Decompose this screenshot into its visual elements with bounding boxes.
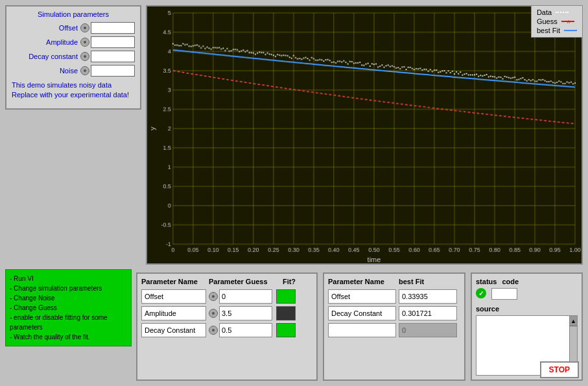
bf-name-cell-1: Decay Constant <box>328 306 396 320</box>
param-guess-cell-1 <box>209 306 274 320</box>
offset-knob-icon[interactable] <box>80 23 89 32</box>
source-label: source <box>476 305 578 313</box>
amplitude-input[interactable]: 4 <box>91 36 135 48</box>
decay-knob-icon[interactable] <box>80 52 89 61</box>
param-name-cell-2: Decay Constant <box>141 323 206 337</box>
amplitude-row: Amplitude 4 <box>12 36 135 48</box>
amplitude-label: Amplitude <box>23 38 78 46</box>
bf-val-cell-2: 0 <box>399 323 457 337</box>
bf-col-name-header: Parameter Name <box>328 278 396 285</box>
sim-params-title: Simulation parameters <box>12 10 135 18</box>
bestfit-rows: Offset0.33935Decay Constant0.3017210 <box>328 289 460 337</box>
status-check-icon: ✓ <box>476 288 486 298</box>
param-table-row-1: Amplitude <box>141 306 312 320</box>
bf-row-1: Decay Constant0.301721 <box>328 306 460 320</box>
bf-col-val-header: best Fit <box>399 278 457 285</box>
data-line-icon <box>556 12 569 13</box>
data-label: Data <box>537 8 552 16</box>
guess-line-icon: ∧ <box>561 21 574 22</box>
code-label: code <box>502 278 519 285</box>
demo-text: This demo simulates noisy data Replace w… <box>12 80 135 101</box>
params-table-header: Parameter Name Parameter Guess Fit? <box>141 278 312 285</box>
left-panel: Simulation parameters Offset 0.2 Amplitu… <box>5 5 141 114</box>
param-guess-input-2[interactable] <box>219 323 272 337</box>
param-guess-cell-0 <box>209 289 274 304</box>
bf-val-cell-0: 0.33935 <box>399 289 457 304</box>
param-name-cell-1: Amplitude <box>141 306 206 320</box>
fit-toggle-0[interactable] <box>276 289 296 304</box>
params-guess-table: Parameter Name Parameter Guess Fit? Offs… <box>136 272 318 381</box>
param-guess-cell-2 <box>209 323 274 337</box>
bf-row-2: 0 <box>328 323 460 337</box>
legend-data: Data <box>537 8 577 16</box>
graph-canvas <box>147 6 582 263</box>
bestfit-label: best Fit <box>537 27 560 34</box>
legend-panel: Data Guess ∧ best Fit <box>531 5 583 38</box>
bf-val-cell-1: 0.301721 <box>399 306 457 320</box>
bestfit-line-icon <box>564 30 577 31</box>
param-name-cell-0: Offset <box>141 289 206 304</box>
bf-name-cell-2 <box>328 323 396 337</box>
code-input[interactable]: 0 <box>491 288 517 300</box>
legend-guess: Guess ∧ <box>537 18 577 25</box>
stop-button[interactable]: STOP <box>540 361 579 378</box>
instructions-text: - Run VI- Change simulation parameters- … <box>10 274 127 342</box>
legend-bestfit: best Fit <box>537 27 577 34</box>
bf-name-cell-0: Offset <box>328 289 396 304</box>
guess-label: Guess <box>537 18 558 25</box>
param-knob-2[interactable] <box>209 326 218 335</box>
status-code-row: status code <box>476 278 578 285</box>
noise-input[interactable]: 0.02 <box>91 65 135 77</box>
noise-knob-icon[interactable] <box>80 66 89 75</box>
offset-row: Offset 0.2 <box>12 22 135 34</box>
param-guess-input-1[interactable] <box>219 306 272 320</box>
sim-params-box: Simulation parameters Offset 0.2 Amplitu… <box>5 5 141 110</box>
amplitude-knob-icon[interactable] <box>80 38 89 47</box>
col-name-header: Parameter Name <box>141 278 206 285</box>
fit-toggle-1[interactable] <box>276 306 296 320</box>
bestfit-header: Parameter Name best Fit <box>328 278 460 285</box>
fit-toggle-2[interactable] <box>276 323 296 337</box>
param-knob-1[interactable] <box>209 309 218 318</box>
bestfit-table: Parameter Name best Fit Offset0.33935Dec… <box>323 272 465 381</box>
offset-input[interactable]: 0.2 <box>91 22 135 34</box>
bottom-area: Parameter Name Parameter Guess Fit? Offs… <box>136 272 583 381</box>
offset-label: Offset <box>23 24 78 32</box>
bf-row-0: Offset0.33935 <box>328 289 460 304</box>
param-guess-input-0[interactable] <box>219 289 272 304</box>
decay-input[interactable]: 0.3 <box>91 51 135 62</box>
decay-label: Decay constant <box>23 53 78 60</box>
graph-panel <box>146 5 583 265</box>
param-table-row-0: Offset <box>141 289 312 304</box>
instructions-box: - Run VI- Change simulation parameters- … <box>5 269 132 346</box>
noise-row: Noise 0.02 <box>12 65 135 77</box>
params-rows: OffsetAmplitudeDecay Constant <box>141 289 312 337</box>
param-table-row-2: Decay Constant <box>141 323 312 337</box>
scrollbar-up[interactable]: ▲ <box>570 316 577 326</box>
decay-row: Decay constant 0.3 <box>12 51 135 62</box>
col-fit-header: Fit? <box>276 278 302 285</box>
noise-label: Noise <box>23 67 78 75</box>
param-knob-0[interactable] <box>209 292 218 301</box>
status-label: status <box>476 278 497 285</box>
status-values-row: ✓ 0 <box>476 288 578 300</box>
col-guess-header: Parameter Guess <box>209 278 274 285</box>
